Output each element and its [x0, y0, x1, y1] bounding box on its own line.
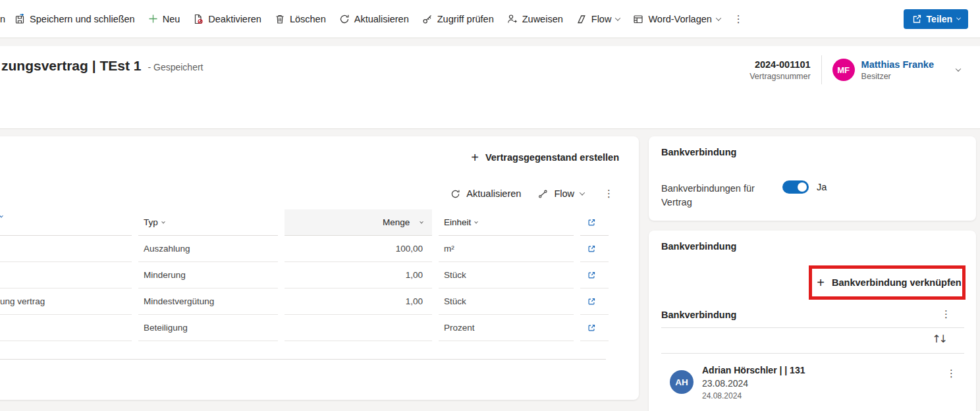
delete-icon [275, 14, 285, 24]
refresh-button[interactable]: Aktualisieren [333, 10, 416, 28]
refresh-icon [339, 14, 350, 24]
popout-icon[interactable] [587, 244, 596, 254]
word-templates-icon [633, 14, 643, 24]
popout-icon[interactable] [587, 218, 596, 227]
avatar: AH [670, 370, 694, 394]
link-bankverbindung-button[interactable]: + Bankverbindung verknüpfen [821, 272, 958, 293]
table-end-divider [0, 359, 606, 360]
chevron-down-icon [716, 15, 721, 20]
contract-number-field: 2024-001101 Vertragsnummer [749, 59, 810, 81]
vertragsgegenstand-table: Typ Menge Einheit Ausz [0, 209, 609, 341]
subgrid-refresh-button[interactable]: Aktualisieren [450, 188, 521, 199]
deactivate-button[interactable]: Deaktivieren [186, 10, 268, 28]
more-vertical-icon[interactable]: ⋮ [939, 368, 964, 400]
new-button[interactable]: Neu [142, 10, 187, 28]
toggle-value-label: Ja [817, 182, 827, 192]
popout-icon[interactable] [587, 271, 596, 280]
create-vertragsgegenstand-button[interactable]: + Vertragsgegenstand erstellen [471, 152, 619, 163]
bankverbindungen-toggle[interactable] [782, 180, 809, 194]
share-icon [912, 14, 922, 24]
column-header-einheit[interactable]: Einheit [439, 209, 574, 236]
bankverbindung-toggle-card: Bankverbindung Bankverbindungen für Vert… [649, 136, 976, 221]
header-divider [821, 55, 822, 84]
assign-button[interactable]: Zuweisen [501, 10, 570, 28]
owner-name-link[interactable]: Matthias Franke [861, 59, 934, 70]
chevron-down-icon [474, 219, 478, 223]
plus-icon: + [471, 153, 479, 162]
divider [661, 353, 964, 354]
save-icon [14, 14, 25, 24]
command-bar: n Speichern und schließen Neu Deaktivier… [0, 0, 980, 38]
plus-icon: + [817, 278, 825, 287]
refresh-icon [450, 189, 460, 199]
owner-field: MF Matthias Franke Besitzer [832, 59, 934, 81]
check-access-button[interactable]: Zugriff prüfen [416, 10, 501, 28]
delete-button[interactable]: Löschen [268, 10, 333, 28]
popout-icon[interactable] [587, 297, 596, 306]
save-and-close-button[interactable]: Speichern und schließen [8, 10, 142, 28]
assign-icon [507, 14, 518, 24]
flow-icon [576, 14, 587, 24]
record-header: zungsvertrag | TEst 1 - Gespeichert 2024… [0, 46, 980, 129]
column-header-menge[interactable]: Menge [285, 209, 432, 236]
chevron-down-icon [161, 219, 165, 223]
bank-record-title[interactable]: Adrian Hörschler | | 131 [702, 365, 930, 375]
more-vertical-icon[interactable]: ⋮ [601, 186, 616, 201]
bank-record-date-1: 23.08.2024 [702, 378, 930, 389]
column-header-name[interactable] [0, 209, 132, 236]
page-title: zungsvertrag | TEst 1 [1, 58, 141, 74]
table-header-row: Typ Menge Einheit [0, 209, 609, 236]
bank-record-date-2: 24.08.2024 [702, 391, 930, 400]
contract-number-label: Vertragsnummer [749, 72, 810, 81]
table-row[interactable]: ung vertrag Mindestvergütung 1,00 Stück [0, 288, 609, 315]
contract-number-value: 2024-001101 [749, 59, 810, 70]
avatar: MF [832, 59, 855, 81]
table-row[interactable]: Minderung 1,00 Stück [0, 262, 609, 288]
more-vertical-icon[interactable]: ⋮ [941, 308, 951, 320]
subgrid-card: + Vertragsgegenstand erstellen Aktualisi… [0, 136, 639, 400]
owner-role-label: Besitzer [861, 72, 934, 81]
column-header-popout [580, 209, 609, 236]
popout-icon[interactable] [587, 323, 596, 333]
truncated-command[interactable]: n [0, 10, 8, 28]
sort-icon[interactable]: ↑↓ [932, 333, 946, 345]
deactivate-icon [193, 14, 204, 24]
flow-nodes-icon [538, 189, 548, 199]
divider [661, 327, 964, 328]
more-vertical-icon[interactable]: ⋮ [727, 9, 750, 29]
subgrid-command-bar: Aktualisieren Flow ⋮ [450, 186, 616, 201]
flow-menu-button[interactable]: Flow [570, 10, 627, 28]
table-row[interactable]: Auszahlung 100,00 m² [0, 236, 609, 262]
table-row[interactable]: Beteiligung Prozent [0, 315, 609, 341]
check-access-icon [422, 14, 433, 24]
word-templates-button[interactable]: Word-Vorlagen [626, 10, 726, 28]
subgrid-flow-button[interactable]: Flow [538, 188, 584, 199]
toggle-field-label: Bankverbindungen für Vertrag [661, 182, 776, 209]
bankverbindung-list-card: Bankverbindung Bankverbindung ⋮ ↑↓ AH Ad… [649, 231, 976, 411]
chevron-down-icon [615, 15, 620, 20]
save-status: - Gespeichert [148, 62, 203, 72]
card-title: Bankverbindung [661, 241, 736, 252]
plus-icon [148, 14, 158, 24]
chevron-down-icon [956, 16, 961, 20]
chevron-down-icon [580, 190, 585, 195]
card-title: Bankverbindung [661, 147, 736, 157]
column-header-typ[interactable]: Typ [138, 209, 278, 236]
bank-record-item[interactable]: AH Adrian Hörschler | | 131 23.08.2024 2… [661, 360, 964, 400]
chevron-down-icon [420, 219, 423, 223]
share-button[interactable]: Teilen [904, 9, 968, 29]
header-expand-chevron-icon[interactable] [956, 66, 961, 71]
section-title: Bankverbindung [661, 310, 736, 320]
